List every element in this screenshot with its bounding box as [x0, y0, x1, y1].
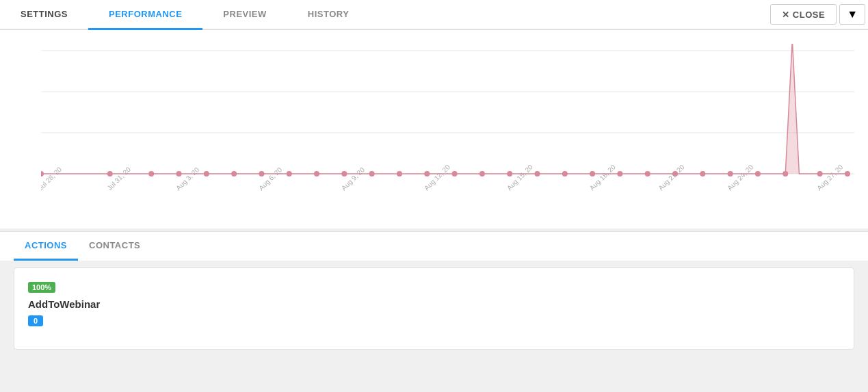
data-point: [479, 171, 485, 177]
data-point: [700, 171, 705, 177]
data-point: [507, 171, 512, 177]
bottom-tabs-row: ACTIONS CONTACTS: [14, 232, 854, 261]
data-point: [617, 171, 622, 177]
x-label-aug15: Aug 15, 20: [505, 163, 535, 192]
data-point: [782, 171, 788, 177]
tab-contacts[interactable]: CONTACTS: [78, 232, 151, 261]
close-x-icon: ✕: [782, 10, 790, 20]
data-point: [176, 171, 181, 177]
dropdown-button[interactable]: ▼: [839, 4, 865, 25]
nav-spacer: [369, 0, 767, 29]
data-point: [728, 171, 733, 177]
data-point: [107, 171, 113, 177]
x-label-aug6: Aug 6, 20: [257, 166, 284, 192]
action-name[interactable]: AddToWebinar: [28, 298, 840, 310]
data-point: [369, 171, 375, 177]
chart-data-line: [41, 44, 847, 174]
close-button[interactable]: ✕ CLOSE: [770, 4, 837, 25]
data-point: [287, 171, 292, 177]
top-nav: SETTINGS PERFORMANCE PREVIEW HISTORY ✕ C…: [0, 0, 868, 30]
action-item: 100% AddToWebinar 0: [28, 282, 840, 326]
data-point: [314, 171, 319, 177]
tab-history[interactable]: HISTORY: [287, 0, 370, 30]
close-label: CLOSE: [793, 10, 825, 20]
data-point: [755, 171, 761, 177]
x-label-aug24: Aug 24, 20: [726, 163, 755, 192]
chart-area-fill: [41, 44, 854, 174]
count-badge: 0: [28, 315, 43, 326]
tab-actions[interactable]: ACTIONS: [14, 232, 78, 261]
x-label-aug18: Aug 18, 20: [588, 163, 618, 192]
percent-badge: 100%: [28, 282, 55, 293]
data-point: [204, 171, 209, 177]
x-label-aug21: Aug 21, 20: [657, 163, 686, 192]
data-point: [341, 171, 347, 177]
data-point: [148, 171, 154, 177]
x-label-aug27: Aug 27, 20: [815, 163, 845, 192]
actions-content: 100% AddToWebinar 0: [14, 267, 854, 350]
data-point: [817, 171, 823, 177]
x-label-aug9: Aug 9, 20: [340, 166, 367, 192]
data-point: [645, 171, 650, 177]
data-point: [259, 171, 264, 177]
main-container: SETTINGS PERFORMANCE PREVIEW HISTORY ✕ C…: [0, 0, 868, 392]
chevron-down-icon: ▼: [847, 8, 858, 21]
data-point: [534, 171, 540, 177]
tab-preview[interactable]: PREVIEW: [202, 0, 287, 30]
chart-area: 3 2 1 0: [0, 30, 868, 228]
data-point: [231, 171, 237, 177]
data-point: [424, 171, 430, 177]
data-point: [397, 171, 402, 177]
data-point: [562, 171, 568, 177]
x-label-jul31: Jul 31, 20: [105, 166, 132, 192]
tab-settings[interactable]: SETTINGS: [0, 0, 88, 30]
x-label-aug3: Aug 3, 20: [174, 166, 201, 192]
x-label-jul28: Jul 28, 20: [41, 166, 64, 192]
bottom-tabs-section: ACTIONS CONTACTS: [0, 231, 868, 261]
data-point: [590, 171, 595, 177]
data-point: [845, 171, 850, 177]
data-point: [41, 171, 44, 177]
performance-chart: 3 2 1 0: [41, 44, 854, 208]
data-point: [452, 171, 458, 177]
x-label-aug12: Aug 12, 20: [423, 163, 452, 192]
tab-performance[interactable]: PERFORMANCE: [88, 0, 202, 30]
